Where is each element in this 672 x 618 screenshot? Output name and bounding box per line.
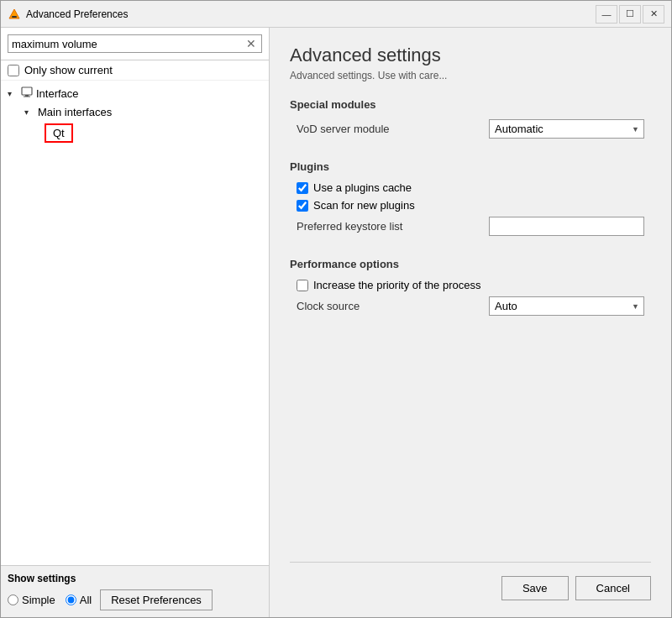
use-cache-label[interactable]: Use a plugins cache <box>313 181 412 194</box>
keystore-label: Preferred keystore list <box>297 220 489 233</box>
interface-icon <box>21 86 33 101</box>
chevron-down-icon-2: ▾ <box>24 107 34 117</box>
interface-label: Interface <box>36 87 79 100</box>
window-title: Advanced Preferences <box>26 8 596 20</box>
keystore-row: Preferred keystore list <box>290 217 651 236</box>
svg-rect-1 <box>12 16 17 18</box>
performance-title: Performance options <box>290 258 651 270</box>
svg-rect-2 <box>22 87 32 95</box>
all-label: All <box>80 594 92 606</box>
title-bar: Advanced Preferences — ☐ ✕ <box>1 1 671 28</box>
keystore-input[interactable] <box>489 217 644 236</box>
vod-server-label: VoD server module <box>297 123 489 135</box>
simple-label: Simple <box>22 594 55 606</box>
bottom-right-buttons: Save Cancel <box>290 562 651 600</box>
plugins-title: Plugins <box>290 160 651 173</box>
tree-item-main-interfaces[interactable]: ▾ Main interfaces <box>1 103 269 121</box>
right-title: Advanced settings <box>290 45 651 66</box>
content-area: ✕ Only show current ▾ <box>1 28 671 617</box>
clock-source-label: Clock source <box>297 300 489 312</box>
special-modules-title: Special modules <box>290 98 651 111</box>
qt-item-wrapper: Qt <box>1 121 269 145</box>
chevron-down-icon: ▾ <box>8 89 18 98</box>
simple-radio-label[interactable]: Simple <box>8 594 55 606</box>
search-clear-button[interactable]: ✕ <box>244 37 258 50</box>
increase-priority-row: Increase the priority of the process <box>290 279 651 291</box>
vod-server-row: VoD server module Automatic None rtsp <box>290 119 651 139</box>
tree-area: ▾ Interface ▾ Main interfaces <box>1 81 269 565</box>
radio-group: Simple All <box>8 594 92 606</box>
right-subtitle: Advanced settings. Use with care... <box>290 70 651 81</box>
app-icon <box>8 8 21 21</box>
performance-section: Performance options Increase the priorit… <box>290 258 651 322</box>
main-window: Advanced Preferences — ☐ ✕ ✕ Only show c… <box>0 0 672 618</box>
qt-label: Qt <box>53 127 65 139</box>
increase-priority-label[interactable]: Increase the priority of the process <box>313 279 480 291</box>
window-controls: — ☐ ✕ <box>596 5 664 24</box>
reset-preferences-button[interactable]: Reset Preferences <box>100 589 213 610</box>
increase-priority-checkbox[interactable] <box>297 280 308 291</box>
scan-plugins-checkbox[interactable] <box>297 200 308 212</box>
all-radio-label[interactable]: All <box>66 594 92 606</box>
only-show-current-row: Only show current <box>1 60 269 81</box>
show-settings-row: Simple All Reset Preferences <box>8 589 262 610</box>
left-panel: ✕ Only show current ▾ <box>1 28 270 617</box>
qt-item[interactable]: Qt <box>45 123 73 143</box>
maximize-button[interactable]: ☐ <box>619 5 641 24</box>
minimize-button[interactable]: — <box>596 5 617 24</box>
vod-server-select[interactable]: Automatic None rtsp <box>489 119 644 139</box>
bottom-controls: Show settings Simple All Reset Preferenc… <box>1 565 269 617</box>
cancel-button[interactable]: Cancel <box>575 576 651 600</box>
vod-select-wrapper: Automatic None rtsp <box>489 119 644 139</box>
tree-item-interface[interactable]: ▾ Interface <box>1 84 269 103</box>
right-panel: Advanced settings Advanced settings. Use… <box>270 28 671 617</box>
scan-plugins-label[interactable]: Scan for new plugins <box>313 199 415 212</box>
search-input[interactable] <box>12 38 244 50</box>
search-input-wrap: ✕ <box>8 34 262 53</box>
clock-source-row: Clock source Auto Default Monotonic Real… <box>290 296 651 316</box>
clock-source-select-wrapper: Auto Default Monotonic Realtime <box>489 296 644 316</box>
special-modules-section: Special modules VoD server module Automa… <box>290 98 651 145</box>
simple-radio[interactable] <box>8 594 18 605</box>
show-settings-label: Show settings <box>8 573 262 584</box>
clock-source-select[interactable]: Auto Default Monotonic Realtime <box>489 296 644 316</box>
only-show-current-checkbox[interactable] <box>8 65 19 76</box>
only-show-current-label[interactable]: Only show current <box>24 64 113 76</box>
use-cache-row: Use a plugins cache <box>290 181 651 194</box>
all-radio[interactable] <box>66 594 76 605</box>
use-cache-checkbox[interactable] <box>297 182 308 194</box>
save-button[interactable]: Save <box>501 576 569 600</box>
scan-plugins-row: Scan for new plugins <box>290 199 651 212</box>
search-bar: ✕ <box>1 28 269 60</box>
close-button[interactable]: ✕ <box>643 5 664 24</box>
plugins-section: Plugins Use a plugins cache Scan for new… <box>290 160 651 243</box>
main-interfaces-label: Main interfaces <box>38 106 112 118</box>
